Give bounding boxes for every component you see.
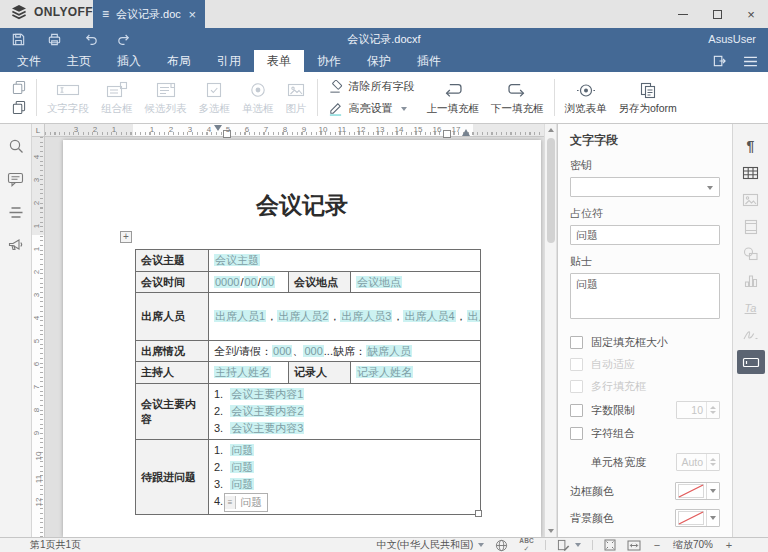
form-text-field[interactable]: 会议主题: [214, 254, 260, 266]
placeholder-input[interactable]: [570, 225, 720, 245]
signature-settings-icon[interactable]: [733, 321, 768, 348]
form-text-field[interactable]: 会议主要内容2: [230, 405, 304, 417]
tab-stop-selector[interactable]: L: [32, 124, 45, 137]
view-form-button[interactable]: 浏览表单: [559, 75, 613, 120]
document-page[interactable]: 会议记录 + 会议主题 会议主题 会议时间 0000/00/00 会议地点 会议…: [63, 140, 541, 537]
form-text-field[interactable]: 问题: [230, 478, 254, 490]
clear-all-fields-button[interactable]: 清除所有字段: [328, 77, 415, 96]
form-text-field[interactable]: 出席人员3: [340, 310, 392, 322]
text-art-settings-icon[interactable]: Ta: [733, 294, 768, 321]
form-text-field[interactable]: 000: [272, 345, 292, 357]
minimize-button[interactable]: [666, 0, 700, 28]
tab-plugins[interactable]: 插件: [404, 50, 454, 72]
scrollbar-thumb[interactable]: [547, 138, 555, 243]
form-text-field[interactable]: 出席人员4: [403, 310, 455, 322]
tab-layout[interactable]: 布局: [154, 50, 204, 72]
first-line-indent-marker[interactable]: [214, 125, 222, 131]
background-color-button[interactable]: [675, 509, 720, 527]
shape-settings-icon[interactable]: [733, 240, 768, 267]
next-field-button[interactable]: 下一填充框: [485, 75, 550, 120]
tab-close-icon[interactable]: ×: [188, 7, 196, 22]
radio-field-button[interactable]: 单选框: [236, 75, 280, 120]
h-ruler[interactable]: 3211234567891011121314151617: [45, 124, 544, 137]
save-as-oform-button[interactable]: 另存为oform: [613, 75, 683, 120]
form-text-field[interactable]: 出席人员2: [277, 310, 329, 322]
image-field-button[interactable]: 图片: [280, 75, 313, 120]
table-settings-icon[interactable]: [733, 159, 768, 186]
multiline-checkbox[interactable]: 多行填充框: [570, 379, 720, 394]
tab-insert[interactable]: 插入: [104, 50, 154, 72]
table-resize-handle[interactable]: [475, 510, 482, 517]
fixed-size-checkbox[interactable]: 固定填充框大小: [570, 335, 720, 350]
v-ruler[interactable]: 4321123456789101112: [32, 137, 45, 537]
form-text-field[interactable]: 出席人员1: [214, 310, 266, 322]
spinner-arrows-icon[interactable]: [706, 454, 719, 470]
form-text-field[interactable]: 00: [244, 276, 258, 288]
form-text-field[interactable]: 出席人员5: [467, 310, 481, 322]
comments-icon[interactable]: [4, 169, 28, 189]
language-selector[interactable]: 中文(中华人民共和国): [377, 538, 485, 552]
form-text-field[interactable]: 问题: [230, 461, 254, 473]
maximize-button[interactable]: [700, 0, 734, 28]
autofit-checkbox[interactable]: 自动适应: [570, 357, 720, 372]
tab-protection[interactable]: 保护: [354, 50, 404, 72]
cell-width-spinner[interactable]: Auto: [676, 453, 720, 471]
table-move-handle[interactable]: +: [120, 231, 132, 243]
char-limit-checkbox[interactable]: 字数限制: [570, 403, 635, 418]
form-text-field[interactable]: 会议地点: [356, 276, 402, 288]
print-button[interactable]: [44, 30, 64, 48]
close-button[interactable]: ×: [734, 0, 768, 28]
form-text-field[interactable]: 主持人姓名: [214, 366, 271, 378]
form-text-field[interactable]: 0000: [214, 276, 240, 288]
header-footer-settings-icon[interactable]: [733, 213, 768, 240]
paste-icon[interactable]: [12, 100, 26, 115]
spellcheck-toggle[interactable]: ABC✓: [519, 538, 534, 552]
combo-box-button[interactable]: 组合框: [95, 75, 139, 120]
page-indicator[interactable]: 第1页共1页: [30, 538, 81, 552]
dropdown-list-button[interactable]: 候选列表: [139, 75, 193, 120]
main-menu-icon[interactable]: [743, 56, 758, 67]
image-settings-icon[interactable]: [733, 186, 768, 213]
vertical-scrollbar[interactable]: [544, 124, 556, 537]
tab-menu-icon[interactable]: ≡: [102, 8, 109, 20]
tip-textarea[interactable]: 问题: [570, 273, 720, 319]
form-settings-icon[interactable]: [737, 350, 765, 374]
comb-checkbox[interactable]: 字符组合: [570, 426, 720, 441]
chart-settings-icon[interactable]: [733, 267, 768, 294]
form-text-field[interactable]: 000: [303, 345, 323, 357]
key-select[interactable]: [570, 177, 720, 197]
navigation-icon[interactable]: [4, 202, 28, 222]
paragraph-settings-icon[interactable]: ¶: [733, 132, 768, 159]
scroll-down-button[interactable]: [545, 525, 557, 537]
form-text-field[interactable]: 记录人姓名: [356, 366, 413, 378]
tab-forms[interactable]: 表单: [254, 50, 304, 72]
feedback-icon[interactable]: [4, 235, 28, 255]
tab-collaboration[interactable]: 协作: [304, 50, 354, 72]
open-file-location-button[interactable]: [712, 54, 727, 68]
border-color-button[interactable]: [675, 482, 720, 500]
right-indent-marker[interactable]: [462, 129, 470, 136]
tab-home[interactable]: 主页: [54, 50, 104, 72]
zoom-in-button[interactable]: +: [724, 539, 734, 551]
prev-field-button[interactable]: 上一填充框: [421, 75, 486, 120]
form-text-field[interactable]: 00: [261, 276, 275, 288]
set-language-globe-icon[interactable]: [495, 539, 508, 552]
fit-width-button[interactable]: [627, 540, 641, 551]
document-tab[interactable]: ≡ 会议记录.docxf ×: [93, 0, 205, 28]
zoom-level[interactable]: 缩放70%: [673, 538, 713, 552]
text-field-button[interactable]: 文字字段: [41, 75, 95, 120]
zoom-out-button[interactable]: −: [652, 539, 662, 551]
copy-icon[interactable]: [12, 80, 26, 95]
table-column-marker[interactable]: [443, 130, 451, 138]
checkbox-field-button[interactable]: 多选框: [193, 75, 237, 120]
redo-button[interactable]: [114, 30, 134, 48]
char-limit-spinner[interactable]: 10: [676, 401, 720, 419]
field-drag-handle[interactable]: ≡: [225, 496, 236, 509]
tab-file[interactable]: 文件: [4, 50, 54, 72]
search-icon[interactable]: [4, 136, 28, 156]
form-text-field[interactable]: 会议主要内容3: [230, 422, 304, 434]
spinner-arrows-icon[interactable]: [706, 402, 719, 418]
save-button[interactable]: [8, 30, 28, 48]
undo-button[interactable]: [80, 30, 100, 48]
fit-page-button[interactable]: [604, 539, 616, 551]
